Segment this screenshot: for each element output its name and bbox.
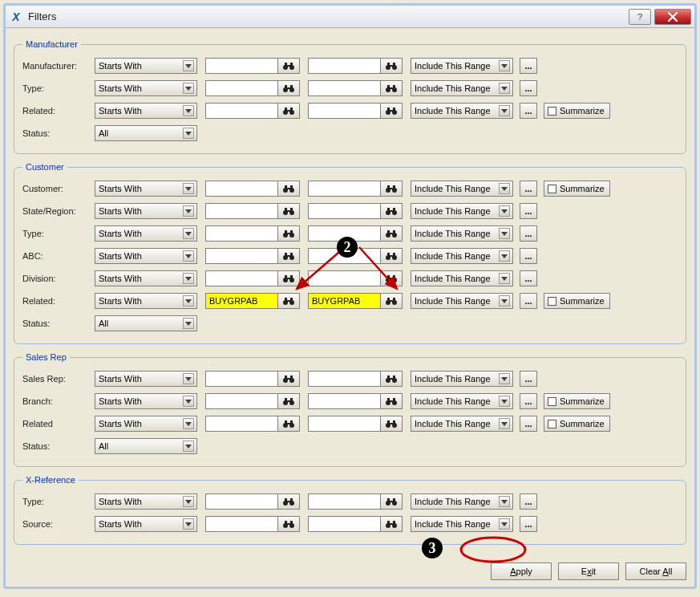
value-to-input[interactable]	[308, 203, 380, 219]
mode-select[interactable]: Starts With	[95, 80, 197, 96]
value-from-input[interactable]	[205, 181, 277, 197]
lookup-button[interactable]	[277, 248, 300, 264]
mode-select[interactable]: Starts With	[95, 103, 197, 119]
lookup-button[interactable]	[277, 416, 300, 432]
more-button[interactable]: ...	[520, 371, 537, 387]
value-from-input[interactable]	[205, 248, 277, 264]
close-button[interactable]	[654, 9, 691, 25]
mode-select[interactable]: Starts With	[95, 516, 197, 532]
mode-select[interactable]: All	[95, 438, 197, 454]
lookup-button[interactable]	[277, 203, 300, 219]
mode-select[interactable]: Starts With	[95, 416, 197, 432]
range-select[interactable]: Include This Range	[411, 80, 513, 96]
value-to-input[interactable]	[308, 103, 380, 119]
value-to-input[interactable]	[308, 270, 380, 286]
summarize-button[interactable]: Summarize	[544, 393, 610, 409]
lookup-button[interactable]	[277, 393, 300, 409]
mode-select[interactable]: Starts With	[95, 393, 197, 409]
range-select[interactable]: Include This Range	[411, 371, 513, 387]
mode-select[interactable]: All	[95, 315, 197, 331]
lookup-button[interactable]	[380, 103, 403, 119]
lookup-button[interactable]	[380, 181, 403, 197]
clear-all-button[interactable]: Clear All	[625, 562, 686, 580]
lookup-button[interactable]	[380, 371, 403, 387]
lookup-button[interactable]	[380, 248, 403, 264]
value-from-input[interactable]	[205, 270, 277, 286]
value-to-input[interactable]	[308, 80, 380, 96]
lookup-button[interactable]	[380, 293, 403, 309]
range-select[interactable]: Include This Range	[411, 416, 513, 432]
mode-select[interactable]: Starts With	[95, 293, 197, 309]
mode-select[interactable]: Starts With	[95, 225, 197, 242]
lookup-button[interactable]	[277, 103, 300, 119]
apply-button[interactable]: Apply	[491, 562, 552, 580]
more-button[interactable]: ...	[520, 80, 537, 96]
lookup-button[interactable]	[277, 80, 300, 96]
more-button[interactable]: ...	[520, 248, 537, 264]
range-select[interactable]: Include This Range	[411, 58, 513, 74]
value-to-input[interactable]	[308, 416, 380, 432]
lookup-button[interactable]	[380, 516, 403, 532]
value-to-input[interactable]	[308, 58, 380, 74]
range-select[interactable]: Include This Range	[411, 248, 513, 264]
mode-select[interactable]: Starts With	[95, 248, 197, 264]
more-button[interactable]: ...	[520, 203, 537, 219]
more-button[interactable]: ...	[520, 293, 537, 309]
help-button[interactable]: ?	[629, 9, 651, 25]
value-from-input[interactable]	[205, 103, 277, 119]
value-to-input[interactable]	[308, 371, 380, 387]
range-select[interactable]: Include This Range	[411, 293, 513, 309]
lookup-button[interactable]	[380, 416, 403, 432]
value-from-input[interactable]: BUYGRPAB	[205, 293, 277, 309]
summarize-button[interactable]: Summarize	[544, 103, 610, 119]
range-select[interactable]: Include This Range	[411, 516, 513, 532]
value-from-input[interactable]	[205, 393, 277, 409]
range-select[interactable]: Include This Range	[411, 493, 513, 510]
more-button[interactable]: ...	[520, 493, 537, 510]
value-from-input[interactable]	[205, 80, 277, 96]
more-button[interactable]: ...	[520, 225, 537, 242]
lookup-button[interactable]	[277, 371, 300, 387]
range-select[interactable]: Include This Range	[411, 203, 513, 219]
mode-select[interactable]: Starts With	[95, 58, 197, 74]
lookup-button[interactable]	[380, 393, 403, 409]
lookup-button[interactable]	[380, 493, 403, 510]
range-select[interactable]: Include This Range	[411, 270, 513, 286]
lookup-button[interactable]	[277, 225, 300, 242]
more-button[interactable]: ...	[520, 58, 537, 74]
value-to-input[interactable]	[308, 393, 380, 409]
summarize-button[interactable]: Summarize	[544, 181, 610, 197]
value-from-input[interactable]	[205, 58, 277, 74]
more-button[interactable]: ...	[520, 181, 537, 197]
value-to-input[interactable]	[308, 248, 380, 264]
summarize-button[interactable]: Summarize	[544, 293, 610, 309]
value-from-input[interactable]	[205, 516, 277, 532]
mode-select[interactable]: Starts With	[95, 493, 197, 510]
value-from-input[interactable]	[205, 203, 277, 219]
value-to-input[interactable]	[308, 493, 380, 510]
more-button[interactable]: ...	[520, 103, 537, 119]
more-button[interactable]: ...	[520, 393, 537, 409]
mode-select[interactable]: Starts With	[95, 270, 197, 286]
range-select[interactable]: Include This Range	[411, 181, 513, 197]
range-select[interactable]: Include This Range	[411, 393, 513, 409]
lookup-button[interactable]	[380, 225, 403, 242]
value-to-input[interactable]	[308, 516, 380, 532]
lookup-button[interactable]	[380, 58, 403, 74]
more-button[interactable]: ...	[520, 516, 537, 532]
mode-select[interactable]: Starts With	[95, 181, 197, 197]
more-button[interactable]: ...	[520, 416, 537, 432]
summarize-button[interactable]: Summarize	[544, 416, 610, 432]
value-from-input[interactable]	[205, 371, 277, 387]
range-select[interactable]: Include This Range	[411, 103, 513, 119]
range-select[interactable]: Include This Range	[411, 225, 513, 242]
lookup-button[interactable]	[277, 181, 300, 197]
mode-select[interactable]: Starts With	[95, 203, 197, 219]
value-from-input[interactable]	[205, 416, 277, 432]
lookup-button[interactable]	[380, 80, 403, 96]
value-to-input[interactable]: BUYGRPAB	[308, 293, 380, 309]
mode-select[interactable]: All	[95, 125, 197, 141]
exit-button[interactable]: Exit	[558, 562, 619, 580]
lookup-button[interactable]	[277, 516, 300, 532]
lookup-button[interactable]	[380, 203, 403, 219]
